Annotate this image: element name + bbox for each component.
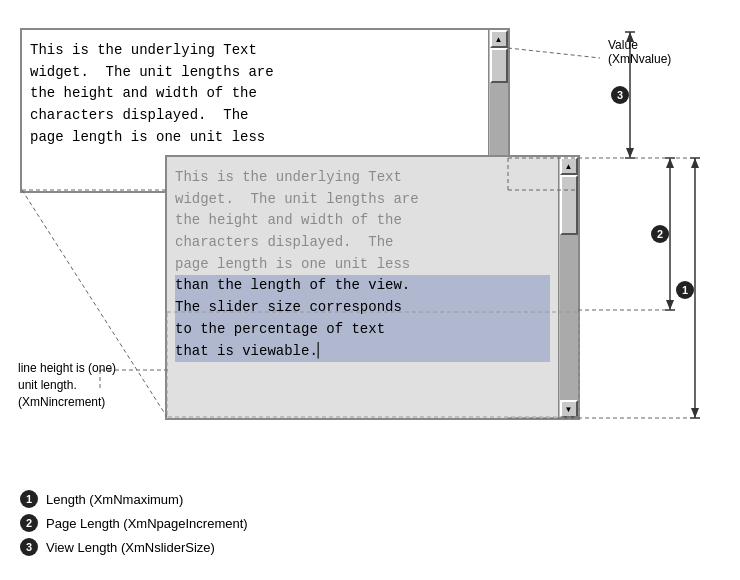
bottom-scroll-thumb[interactable] bbox=[560, 175, 578, 235]
left-annotation: line height is (one) unit length. (XmNin… bbox=[18, 360, 116, 410]
scroll-up-btn[interactable]: ▲ bbox=[490, 30, 508, 48]
badge-2: 2 bbox=[20, 514, 38, 532]
svg-marker-11 bbox=[666, 158, 674, 168]
svg-line-0 bbox=[508, 48, 600, 58]
svg-marker-17 bbox=[626, 148, 634, 158]
bottom-text-normal: This is the underlying Text widget. The … bbox=[175, 167, 550, 275]
annotation-line2: unit length. bbox=[18, 378, 77, 392]
svg-point-21 bbox=[611, 86, 629, 104]
scroll-thumb[interactable] bbox=[490, 48, 508, 83]
annotation-line3: (XmNincrement) bbox=[18, 395, 105, 409]
legend-text-1: Length (XmNmaximum) bbox=[46, 492, 183, 507]
legend-item-1: 1 Length (XmNmaximum) bbox=[20, 490, 248, 508]
legend: 1 Length (XmNmaximum) 2 Page Length (XmN… bbox=[20, 490, 248, 562]
annotation-line1: line height is (one) bbox=[18, 361, 116, 375]
svg-text:3: 3 bbox=[617, 89, 623, 101]
svg-marker-9 bbox=[691, 158, 699, 168]
svg-point-25 bbox=[676, 281, 694, 299]
svg-point-23 bbox=[651, 225, 669, 243]
badge-1: 1 bbox=[20, 490, 38, 508]
legend-item-3: 3 View Length (XmNsliderSize) bbox=[20, 538, 248, 556]
legend-item-2: 2 Page Length (XmNpageIncrement) bbox=[20, 514, 248, 532]
bottom-text-area: This is the underlying Text widget. The … bbox=[167, 157, 558, 418]
value-label: Value (XmNvalue) bbox=[608, 38, 671, 66]
text-widget-bottom: This is the underlying Text widget. The … bbox=[165, 155, 580, 420]
legend-text-3: View Length (XmNsliderSize) bbox=[46, 540, 215, 555]
bottom-scroll-track bbox=[560, 175, 578, 400]
badge-3: 3 bbox=[20, 538, 38, 556]
value-title: Value bbox=[608, 38, 671, 52]
bottom-text-highlighted: than the length of the view. The slider … bbox=[175, 275, 550, 362]
main-container: This is the underlying Text widget. The … bbox=[0, 0, 740, 580]
top-text-content: This is the underlying Text widget. The … bbox=[30, 40, 480, 148]
svg-marker-10 bbox=[691, 408, 699, 418]
bottom-scroll-up-btn[interactable]: ▲ bbox=[560, 157, 578, 175]
legend-text-2: Page Length (XmNpageIncrement) bbox=[46, 516, 248, 531]
svg-marker-12 bbox=[666, 300, 674, 310]
svg-text:1: 1 bbox=[682, 284, 688, 296]
bottom-scroll-down-btn[interactable]: ▼ bbox=[560, 400, 578, 418]
value-subtitle: (XmNvalue) bbox=[608, 52, 671, 66]
svg-text:2: 2 bbox=[657, 228, 663, 240]
bottom-scrollbar: ▲ ▼ bbox=[558, 157, 578, 418]
